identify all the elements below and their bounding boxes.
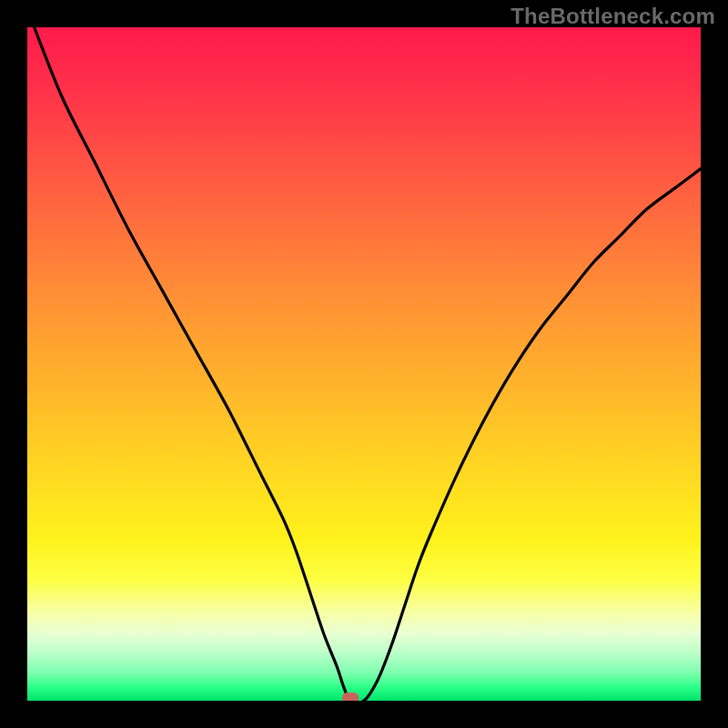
- optimal-point-marker: [342, 693, 359, 701]
- chart-frame: TheBottleneck.com: [0, 0, 728, 728]
- bottleneck-curve: [27, 27, 701, 701]
- watermark-text: TheBottleneck.com: [511, 4, 715, 29]
- curve-path: [27, 27, 701, 701]
- plot-area: [27, 27, 701, 701]
